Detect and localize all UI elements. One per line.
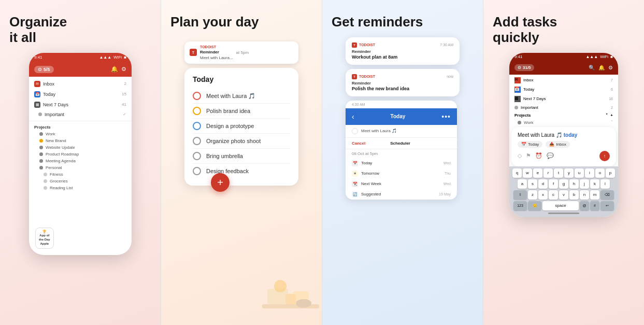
p4-next7-count: 16 bbox=[609, 97, 613, 101]
task-polish-brand[interactable]: Polish brand idea bbox=[193, 104, 290, 119]
label-icon[interactable]: ◇ bbox=[518, 152, 522, 159]
p4-battery-icon: ■ bbox=[610, 54, 613, 59]
key-g[interactable]: g bbox=[559, 179, 568, 189]
task-design-feedback[interactable]: Design feedback bbox=[193, 164, 290, 178]
project-meeting-agenda[interactable]: Meeting Agenda bbox=[29, 158, 132, 164]
task-circle-gray-2 bbox=[193, 152, 201, 160]
key-emoji[interactable]: 😊 bbox=[528, 201, 541, 210]
important-dot bbox=[38, 112, 42, 116]
key-u[interactable]: u bbox=[575, 168, 584, 178]
meta-chip-today[interactable]: 📅 Today bbox=[518, 141, 542, 148]
key-hash[interactable]: # bbox=[590, 201, 599, 210]
key-a[interactable]: a bbox=[518, 179, 527, 189]
project-website-update[interactable]: Website Update bbox=[29, 144, 132, 151]
key-t[interactable]: t bbox=[554, 168, 563, 178]
reminder-card-1: T TODOIST 7:30 AM Reminder Workout plan … bbox=[346, 37, 460, 65]
task-circle-yellow bbox=[193, 107, 201, 115]
task-umbrella[interactable]: Bring umbrella bbox=[193, 149, 290, 164]
project-personal[interactable]: Personal bbox=[29, 164, 132, 171]
scheduler-option-tomorrow[interactable]: ☀ Tomorrow Thu bbox=[346, 168, 457, 179]
task-circle-red bbox=[193, 92, 201, 100]
p4-bell-icon[interactable]: 🔔 bbox=[598, 65, 605, 70]
key-at[interactable]: @ bbox=[580, 201, 589, 210]
key-p[interactable]: p bbox=[606, 168, 615, 178]
key-c[interactable]: c bbox=[549, 190, 558, 200]
p4-projects-header: Projects ˅ + bbox=[509, 111, 618, 119]
project-fitness[interactable]: Fitness bbox=[29, 171, 132, 178]
key-l[interactable]: l bbox=[600, 179, 610, 189]
key-space[interactable]: space bbox=[542, 201, 579, 210]
key-r[interactable]: r bbox=[543, 168, 553, 178]
gear-icon: ⚙ bbox=[121, 66, 126, 73]
p4-nav-inbox[interactable]: ✉ Inbox 7 bbox=[509, 76, 618, 85]
key-q[interactable]: q bbox=[512, 168, 522, 178]
task-design-prototype[interactable]: Design a prototype bbox=[193, 119, 290, 134]
scheduler-option-today[interactable]: 📅 Today Wed bbox=[346, 158, 457, 168]
key-f[interactable]: f bbox=[549, 179, 558, 189]
project-reading-list[interactable]: Reading List bbox=[29, 185, 132, 191]
key-m[interactable]: m bbox=[590, 190, 599, 200]
today-opt-icon: 📅 bbox=[352, 160, 358, 166]
nav-today[interactable]: 📅 Today 15 bbox=[29, 89, 132, 100]
project-work[interactable]: Work bbox=[29, 131, 132, 137]
fab-add-button[interactable]: + bbox=[211, 173, 230, 192]
send-button[interactable]: ↑ bbox=[599, 151, 610, 161]
cancel-scheduler-row: Cancel Scheduler bbox=[346, 138, 457, 149]
task-meet-laura[interactable]: Meet with Laura 🎵 bbox=[193, 89, 290, 104]
nav-inbox[interactable]: ✉ Inbox 2 bbox=[29, 79, 132, 89]
reminder-icon[interactable]: ⏰ bbox=[535, 152, 542, 159]
key-y[interactable]: y bbox=[564, 168, 574, 178]
key-z[interactable]: z bbox=[528, 190, 537, 200]
task-text-umbrella: Bring umbrella bbox=[206, 153, 243, 159]
p4-gear-icon[interactable]: ⚙ bbox=[608, 65, 613, 70]
reminder-label-2: Reminder bbox=[352, 81, 453, 86]
reminder-task-2: Polish the new brand idea bbox=[352, 86, 453, 91]
key-k[interactable]: k bbox=[590, 179, 599, 189]
cancel-button[interactable]: Cancel bbox=[352, 141, 365, 146]
scheduler-option-suggested[interactable]: 🔄 Suggested 19 May bbox=[346, 189, 457, 200]
key-i[interactable]: i bbox=[585, 168, 594, 178]
key-e[interactable]: e bbox=[533, 168, 542, 178]
project-new-brand[interactable]: New Brand bbox=[29, 137, 132, 144]
key-x[interactable]: x bbox=[538, 190, 548, 200]
p4-nav-important[interactable]: Important 2 bbox=[509, 104, 618, 111]
key-n[interactable]: n bbox=[580, 190, 589, 200]
p4-nav-today[interactable]: 📅 Today 6 bbox=[509, 85, 618, 94]
key-d[interactable]: d bbox=[538, 179, 548, 189]
key-w[interactable]: w bbox=[523, 168, 532, 178]
task-circle-gray-3 bbox=[193, 167, 201, 175]
key-s[interactable]: s bbox=[528, 179, 537, 189]
key-123[interactable]: 123 bbox=[513, 201, 527, 210]
flag-icon[interactable]: ⚑ bbox=[526, 152, 531, 159]
p4-inbox-count: 7 bbox=[611, 78, 613, 82]
key-v[interactable]: v bbox=[559, 190, 568, 200]
key-o[interactable]: o bbox=[595, 168, 605, 178]
comment-icon[interactable]: 💬 bbox=[547, 152, 554, 159]
project-product-roadmap[interactable]: Product Roadmap bbox=[29, 151, 132, 158]
todoist-badge-2: T TODOIST bbox=[352, 74, 375, 79]
key-shift[interactable]: ⇧ bbox=[513, 190, 527, 200]
key-b[interactable]: b bbox=[569, 190, 579, 200]
task-circle-gray-1 bbox=[193, 137, 201, 145]
task-photo-shoot[interactable]: Organize photo shoot bbox=[193, 134, 290, 149]
nav-important[interactable]: Important ✓ bbox=[29, 110, 132, 119]
task-text-design-feedback: Design feedback bbox=[206, 168, 249, 174]
key-j[interactable]: j bbox=[580, 179, 589, 189]
meta-chip-inbox[interactable]: 📥 Inbox bbox=[546, 141, 570, 148]
scheduler-option-next-week[interactable]: 📆 Next Week Wed bbox=[346, 179, 457, 189]
nav-next7[interactable]: ▦ Next 7 Days 41 bbox=[29, 100, 132, 110]
battery-icon: ■ bbox=[124, 55, 126, 60]
key-h[interactable]: h bbox=[569, 179, 579, 189]
p4-nav-next7[interactable]: ▦ Next 7 Days 16 bbox=[509, 94, 618, 104]
more-dots-icon[interactable]: ••• bbox=[441, 112, 451, 121]
key-delete[interactable]: ⌫ bbox=[600, 190, 614, 200]
key-return[interactable]: ↩ bbox=[600, 201, 614, 210]
task-text-meet-laura: Meet with Laura 🎵 bbox=[206, 93, 255, 100]
svg-point-5 bbox=[274, 280, 287, 292]
back-arrow-icon[interactable]: ‹ bbox=[352, 112, 354, 121]
project-groceries[interactable]: Groceries bbox=[29, 178, 132, 185]
scheduler-header-title: Today bbox=[391, 114, 406, 119]
p4-proj-work[interactable]: Work ˅ bbox=[509, 119, 618, 126]
p4-add-project-icon[interactable]: + bbox=[610, 113, 613, 118]
p4-search-icon[interactable]: 🔍 bbox=[589, 65, 595, 70]
